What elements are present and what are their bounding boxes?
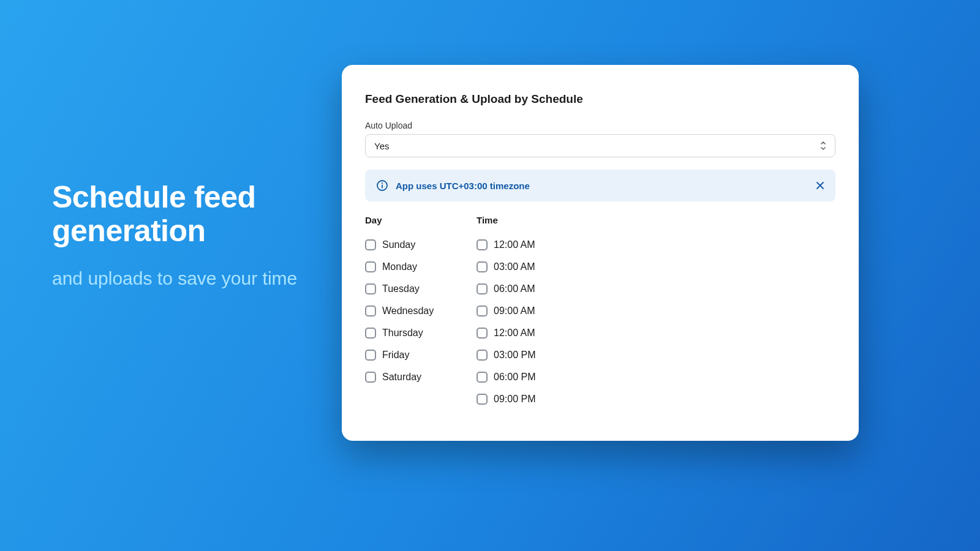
hero-title: Schedule feed generation (52, 181, 309, 248)
day-label: Tuesday (382, 283, 420, 294)
time-checkbox[interactable] (477, 261, 488, 272)
timezone-banner-text: App uses UTC+03:00 timezone (396, 181, 809, 191)
auto-upload-value: Yes (374, 141, 389, 151)
day-row: Thursday (365, 322, 477, 344)
day-row: Sunday (365, 234, 477, 256)
auto-upload-select[interactable]: Yes (365, 134, 835, 157)
time-checkbox[interactable] (477, 372, 488, 383)
day-checkbox[interactable] (365, 239, 376, 250)
day-checkbox[interactable] (365, 261, 376, 272)
auto-upload-label: Auto Upload (365, 121, 835, 130)
time-row: 06:00 PM (477, 366, 588, 388)
time-column: Time 12:00 AM03:00 AM06:00 AM09:00 AM12:… (477, 215, 588, 410)
day-label: Saturday (382, 372, 421, 383)
day-checkbox[interactable] (365, 283, 376, 294)
time-label: 12:00 AM (494, 239, 535, 250)
time-checkbox[interactable] (477, 239, 488, 250)
close-icon[interactable] (816, 181, 824, 190)
card-title: Feed Generation & Upload by Schedule (365, 92, 835, 106)
time-row: 09:00 PM (477, 388, 588, 410)
time-row: 12:00 AM (477, 234, 588, 256)
time-row: 09:00 AM (477, 300, 588, 322)
day-row: Saturday (365, 366, 477, 388)
time-label: 09:00 AM (494, 305, 535, 317)
schedule-card: Feed Generation & Upload by Schedule Aut… (342, 65, 859, 441)
day-checkbox[interactable] (365, 328, 376, 339)
time-checkbox[interactable] (477, 328, 488, 339)
time-label: 12:00 AM (494, 328, 535, 339)
time-label: 06:00 AM (494, 283, 535, 294)
day-checkbox[interactable] (365, 350, 376, 361)
time-checkbox[interactable] (477, 283, 488, 294)
day-label: Thursday (382, 328, 423, 339)
day-row: Monday (365, 256, 477, 278)
time-row: 06:00 AM (477, 278, 588, 300)
time-label: 03:00 PM (494, 350, 535, 361)
time-row: 03:00 PM (477, 344, 588, 366)
day-label: Wednesday (382, 305, 434, 317)
info-icon (376, 179, 388, 192)
time-label: 09:00 PM (494, 394, 535, 405)
svg-point-1 (382, 182, 383, 184)
day-label: Sunday (382, 239, 415, 250)
day-checkbox[interactable] (365, 305, 376, 317)
svg-rect-2 (382, 185, 383, 189)
day-label: Monday (382, 261, 417, 272)
day-checkbox[interactable] (365, 372, 376, 383)
day-label: Friday (382, 350, 409, 361)
day-row: Wednesday (365, 300, 477, 322)
time-row: 12:00 AM (477, 322, 588, 344)
day-row: Friday (365, 344, 477, 366)
select-caret-icon (819, 140, 827, 151)
timezone-banner: App uses UTC+03:00 timezone (365, 170, 835, 201)
day-column: Day SundayMondayTuesdayWednesdayThursday… (365, 215, 477, 410)
time-label: 03:00 AM (494, 261, 535, 272)
time-checkbox[interactable] (477, 350, 488, 361)
time-row: 03:00 AM (477, 256, 588, 278)
time-checkbox[interactable] (477, 394, 488, 405)
hero-copy: Schedule feed generation and uploads to … (52, 181, 309, 292)
day-row: Tuesday (365, 278, 477, 300)
hero-subtitle: and uploads to save your time (52, 265, 309, 292)
time-checkbox[interactable] (477, 305, 488, 317)
day-column-header: Day (365, 215, 477, 225)
time-label: 06:00 PM (494, 372, 535, 383)
time-column-header: Time (477, 215, 588, 225)
